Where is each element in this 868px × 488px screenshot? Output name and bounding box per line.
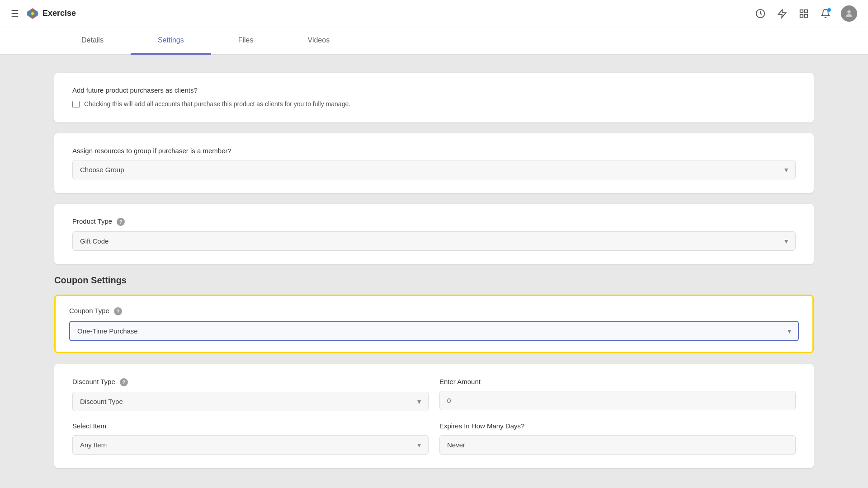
- select-item-select[interactable]: Any Item Item 1 Item 2: [72, 435, 429, 455]
- item-expires-row: Select Item Any Item Item 1 Item 2 ▼ Exp…: [72, 422, 796, 455]
- app-title: Exercise: [42, 9, 76, 18]
- svg-rect-5: [800, 9, 803, 12]
- discount-section: Discount Type ? Discount Type Percentage…: [54, 364, 814, 468]
- tab-files[interactable]: Files: [211, 27, 281, 55]
- tab-details[interactable]: Details: [54, 27, 131, 55]
- grid-icon[interactable]: [797, 7, 810, 20]
- coupon-type-wrapper: One-Time Purchase Recurring Lifetime ▼: [69, 321, 799, 341]
- product-type-label: Product Type ?: [72, 217, 796, 226]
- purchasers-checkbox-row: Checking this will add all accounts that…: [72, 99, 796, 109]
- coupon-settings-heading: Coupon Settings: [54, 275, 814, 286]
- purchasers-section: Add future product purchasers as clients…: [54, 73, 814, 122]
- expires-input[interactable]: [439, 435, 796, 455]
- navbar: ☰ Exercise: [0, 0, 868, 27]
- purchasers-heading: Add future product purchasers as clients…: [72, 86, 796, 94]
- discount-type-wrapper: Discount Type Percentage Fixed Amount ▼: [72, 392, 429, 411]
- tab-videos[interactable]: Videos: [281, 27, 357, 55]
- assign-resources-label: Assign resources to group if purchaser i…: [72, 147, 796, 155]
- coupon-type-label: Coupon Type ?: [69, 307, 799, 315]
- discount-type-col: Discount Type ? Discount Type Percentage…: [72, 378, 429, 411]
- assign-resources-section: Assign resources to group if purchaser i…: [54, 133, 814, 193]
- discount-type-help-icon[interactable]: ?: [120, 378, 128, 386]
- select-item-wrapper: Any Item Item 1 Item 2 ▼: [72, 435, 429, 455]
- svg-rect-8: [805, 14, 807, 17]
- select-item-col: Select Item Any Item Item 1 Item 2 ▼: [72, 422, 429, 455]
- app-logo-icon: [26, 7, 39, 20]
- notification-badge: [827, 8, 831, 12]
- navbar-right: [754, 5, 857, 22]
- enter-amount-input[interactable]: [439, 391, 796, 410]
- product-type-section: Product Type ? Gift Code ▼: [54, 204, 814, 264]
- tabs-bar: Details Settings Files Videos: [0, 27, 868, 55]
- coupon-type-help-icon[interactable]: ?: [114, 307, 122, 315]
- svg-point-9: [847, 10, 850, 13]
- product-type-wrapper: Gift Code ▼: [72, 231, 796, 251]
- product-type-help-icon[interactable]: ?: [117, 218, 125, 226]
- purchasers-checkbox-label: Checking this will add all accounts that…: [84, 99, 350, 109]
- select-item-label: Select Item: [72, 422, 429, 430]
- discount-type-label: Discount Type ?: [72, 378, 429, 386]
- lightning-icon[interactable]: [776, 7, 788, 20]
- bell-icon[interactable]: [819, 7, 832, 20]
- main-content: Details Settings Files Videos Add future…: [0, 27, 868, 488]
- expires-col: Expires In How Many Days?: [439, 422, 796, 455]
- enter-amount-col: Enter Amount: [439, 378, 796, 411]
- logo-area: Exercise: [26, 7, 76, 20]
- enter-amount-label: Enter Amount: [439, 378, 796, 385]
- navbar-left: ☰ Exercise: [11, 7, 76, 20]
- content-area: Add future product purchasers as clients…: [0, 55, 868, 488]
- coupon-type-section: Coupon Type ? One-Time Purchase Recurrin…: [54, 295, 814, 353]
- user-avatar[interactable]: [841, 5, 857, 22]
- discount-row: Discount Type ? Discount Type Percentage…: [72, 378, 796, 411]
- coupon-type-select[interactable]: One-Time Purchase Recurring Lifetime: [69, 321, 799, 341]
- svg-rect-7: [800, 14, 803, 17]
- clock-icon[interactable]: [754, 7, 767, 20]
- tab-settings[interactable]: Settings: [131, 27, 211, 55]
- hamburger-icon[interactable]: ☰: [11, 8, 19, 19]
- purchasers-checkbox[interactable]: [72, 101, 80, 108]
- choose-group-select[interactable]: Choose Group: [72, 160, 796, 179]
- product-type-select[interactable]: Gift Code: [72, 231, 796, 251]
- choose-group-wrapper: Choose Group ▼: [72, 160, 796, 179]
- expires-label: Expires In How Many Days?: [439, 422, 796, 430]
- discount-type-select[interactable]: Discount Type Percentage Fixed Amount: [72, 392, 429, 411]
- svg-rect-6: [805, 9, 807, 12]
